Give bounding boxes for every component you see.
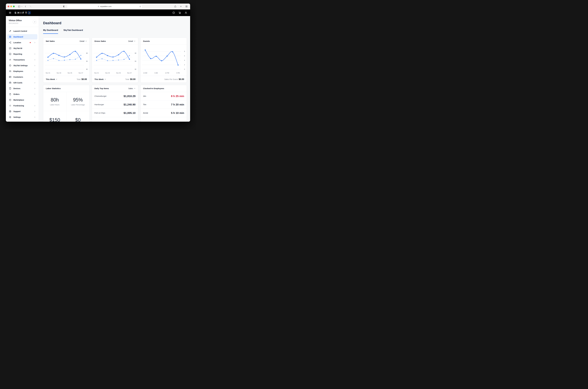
- tab-overview-button[interactable]: [184, 5, 188, 8]
- svg-text:$4: $4: [86, 61, 88, 62]
- plus-icon: [180, 5, 182, 8]
- top-items-sort-dropdown[interactable]: Sales: [128, 88, 136, 90]
- merchant-selector[interactable]: Vilnius Office 0021341010: [6, 16, 39, 27]
- svg-text:$8: $8: [86, 52, 88, 54]
- employee-row: Tim 7 h 20 min: [141, 100, 187, 109]
- tab-skytab-dashboard[interactable]: SkyTab Dashboard: [63, 29, 83, 34]
- net-sales-period-dropdown[interactable]: This Week: [46, 78, 57, 80]
- url-text: skytablbm.com: [100, 5, 111, 7]
- brand-badge: 4: [28, 11, 31, 14]
- net-sales-detail-dropdown[interactable]: Detail: [80, 40, 87, 42]
- total-label: Total: [125, 78, 129, 80]
- labor-stat-cell: $0: [66, 111, 89, 122]
- gross-sales-card: Gross Sales Detail $8$4$0Nov 01Nov 03Nov…: [92, 38, 138, 83]
- net-sales-title: Net Sales: [46, 40, 55, 42]
- sidebar-item-support[interactable]: Support: [7, 109, 37, 114]
- chevron-down-icon: [134, 88, 136, 89]
- account-button[interactable]: [184, 11, 187, 14]
- sidebar-item-settings[interactable]: Settings: [7, 115, 37, 120]
- employee-row: Jim 8 h 25 min: [141, 92, 187, 100]
- sidebar-chevron-button[interactable]: [21, 5, 23, 8]
- dashboard-tabs: My Dashboard SkyTab Dashboard: [43, 29, 187, 34]
- tab-grid-icon: [185, 5, 188, 8]
- minimize-window-button[interactable]: [10, 6, 12, 7]
- sidebar-item-reporting[interactable]: Reporting: [7, 51, 37, 57]
- sidebar-item-dashboard[interactable]: Dashboard: [7, 34, 37, 39]
- gift-card-icon: [9, 81, 11, 84]
- privacy-shield-button[interactable]: [62, 5, 66, 8]
- chevron-down-icon: [21, 6, 23, 7]
- svg-text:$0: $0: [86, 68, 88, 70]
- sidebar-item-transactions[interactable]: Transactions: [7, 57, 37, 62]
- tab-my-dashboard[interactable]: My Dashboard: [43, 29, 58, 34]
- svg-text:12 AM: 12 AM: [143, 72, 147, 74]
- cart-button[interactable]: [178, 11, 181, 14]
- reload-button[interactable]: [139, 6, 141, 7]
- sidebar-item-customers[interactable]: Customers: [7, 74, 37, 80]
- fullscreen-window-button[interactable]: [13, 6, 15, 7]
- sidebar-item-employees[interactable]: Employees: [7, 68, 37, 74]
- messages-button[interactable]: [172, 11, 175, 14]
- svg-text:6 AM: 6 AM: [154, 72, 158, 74]
- total-label: Total: [77, 78, 81, 80]
- address-bar[interactable]: skytablbm.com: [67, 5, 143, 8]
- chevron-down-icon: [134, 40, 136, 42]
- forward-arrow-icon: [29, 5, 31, 8]
- sales-per-guest-label: Sales Per Guest: [164, 78, 178, 80]
- back-button[interactable]: [24, 5, 27, 8]
- chevron-down-icon: [34, 21, 36, 23]
- gross-sales-chart-area: $8$4$0Nov 01Nov 03Nov 05Nov 07: [92, 45, 138, 76]
- app-header-actions: [172, 11, 187, 14]
- svg-text:Nov 03: Nov 03: [57, 72, 61, 74]
- chevron-down-icon: [104, 78, 106, 80]
- target-icon: [9, 64, 11, 67]
- app-body: Vilnius Office 0021341010 Launch Control…: [6, 16, 190, 122]
- share-button[interactable]: [173, 5, 177, 8]
- browser-sidebar-toggle-button[interactable]: [17, 5, 21, 8]
- sidebar-item-label: Launch Control: [13, 30, 27, 32]
- chevron-right-icon: [34, 59, 36, 61]
- gross-sales-detail-dropdown[interactable]: Detail: [128, 40, 136, 42]
- svg-text:12 PM: 12 PM: [165, 72, 169, 74]
- office-dropdown-button[interactable]: [33, 20, 37, 24]
- total-value: $0.00: [81, 78, 87, 81]
- sort-label: Sales: [128, 88, 133, 90]
- notification-dot: [30, 42, 31, 43]
- sidebar-item-skytab-bi[interactable]: SkyTab BI: [7, 46, 37, 51]
- chevron-right-icon: [34, 88, 36, 89]
- svg-text:6 PM: 6 PM: [177, 72, 180, 74]
- new-tab-button[interactable]: [179, 5, 183, 8]
- sidebar-item-gift-cards[interactable]: Gift Cards: [7, 80, 37, 85]
- svg-text:2: 2: [184, 64, 185, 65]
- chevron-right-icon: [34, 76, 36, 78]
- sidebar-item-fundraising[interactable]: Fundraising: [7, 103, 37, 108]
- guests-chart-area: 8642012 AM6 AM12 PM6 PM: [141, 45, 187, 76]
- menu-button[interactable]: [9, 11, 11, 14]
- svg-text:6: 6: [184, 55, 185, 57]
- top-item-row: Hamburger $1,240.90: [92, 100, 138, 109]
- svg-text:$8: $8: [135, 52, 136, 54]
- shift4-logo: SHIFT 4: [15, 11, 31, 14]
- sales-per-guest: Sales Per Guest $0.00: [164, 78, 184, 81]
- forward-button[interactable]: [28, 5, 32, 8]
- gross-sales-period-dropdown[interactable]: This Week: [94, 78, 106, 80]
- close-window-button[interactable]: [8, 6, 9, 7]
- detail-label: Detail: [128, 40, 133, 42]
- labor-stat-cell: $150: [43, 111, 66, 122]
- sidebar-item-devices[interactable]: Devices: [7, 86, 37, 91]
- net-sales-chart-area: $8$4$0Nov 01Nov 03Nov 05Nov 07: [43, 45, 89, 76]
- sidebar-item-launch-control[interactable]: Launch Control: [7, 29, 37, 34]
- sidebar-item-location[interactable]: Location: [7, 40, 37, 45]
- sidebar-item-label: Location: [13, 42, 21, 44]
- sidebar-item-orders[interactable]: Orders: [7, 92, 37, 97]
- net-sales-total: Total $0.00: [77, 78, 87, 81]
- sidebar-item-skytab-settings[interactable]: SkyTab Settings: [7, 63, 37, 68]
- sidebar-item-label: Customers: [13, 76, 23, 78]
- browser-window: skytablbm.com SHIFT 4: [6, 3, 190, 122]
- svg-text:$0: $0: [135, 68, 136, 70]
- browser-toolbar: skytablbm.com: [6, 3, 190, 9]
- svg-text:Nov 01: Nov 01: [94, 72, 99, 74]
- chevron-down-icon: [56, 78, 57, 80]
- sidebar-item-marketplace[interactable]: Marketplace: [7, 97, 37, 102]
- office-info: Vilnius Office 0021341010: [9, 19, 22, 24]
